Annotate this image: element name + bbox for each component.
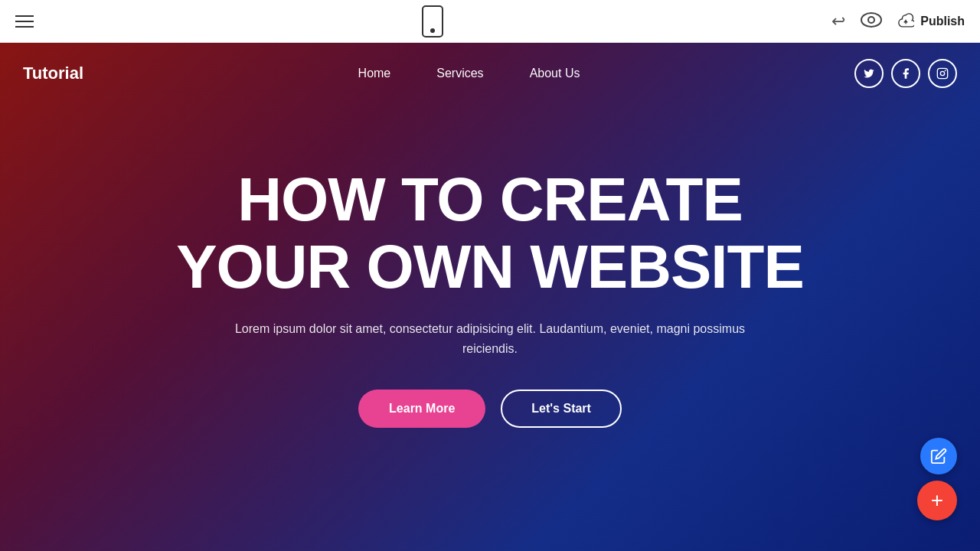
hero-title: HOW TO CREATE YOUR OWN WEBSITE [176, 166, 804, 301]
hamburger-icon[interactable] [15, 15, 34, 28]
svg-point-1 [868, 17, 874, 23]
publish-label: Publish [920, 15, 965, 28]
eye-icon[interactable] [861, 12, 882, 31]
website-preview: Tutorial Home Services About Us [0, 43, 980, 551]
social-icons [854, 59, 957, 88]
publish-cloud-icon [897, 13, 914, 30]
twitter-icon[interactable] [854, 59, 884, 88]
hero-title-line1: HOW TO CREATE [237, 165, 743, 233]
toolbar-left [15, 15, 34, 28]
hero-title-line2: YOUR OWN WEBSITE [176, 233, 804, 301]
svg-point-0 [861, 13, 881, 27]
site-logo: Tutorial [23, 64, 83, 83]
hero-content: HOW TO CREATE YOUR OWN WEBSITE Lorem ips… [115, 166, 865, 427]
nav-services[interactable]: Services [436, 67, 483, 80]
publish-button[interactable]: Publish [897, 13, 965, 30]
fab-add-button[interactable]: + [917, 481, 957, 520]
hero-subtitle: Lorem ipsum dolor sit amet, consectetur … [222, 319, 758, 358]
undo-icon[interactable]: ↩ [831, 11, 845, 31]
site-nav: Tutorial Home Services About Us [0, 43, 980, 104]
site-nav-links: Home Services About Us [358, 67, 580, 80]
nav-about-us[interactable]: About Us [530, 67, 580, 80]
lets-start-button[interactable]: Let's Start [501, 390, 622, 428]
learn-more-button[interactable]: Learn More [358, 390, 485, 428]
hero-section: Tutorial Home Services About Us [0, 43, 980, 551]
nav-home[interactable]: Home [358, 67, 391, 80]
hero-buttons: Learn More Let's Start [176, 390, 804, 428]
toolbar-right: ↩ Publish [831, 11, 965, 31]
svg-point-3 [940, 71, 944, 75]
facebook-icon[interactable] [891, 59, 920, 88]
phone-preview-icon[interactable] [422, 5, 443, 37]
svg-rect-2 [937, 68, 947, 78]
toolbar-center [422, 5, 443, 37]
toolbar: ↩ Publish [0, 0, 980, 43]
instagram-icon[interactable] [928, 59, 957, 88]
svg-point-4 [945, 70, 946, 71]
fab-edit-button[interactable] [920, 438, 957, 474]
